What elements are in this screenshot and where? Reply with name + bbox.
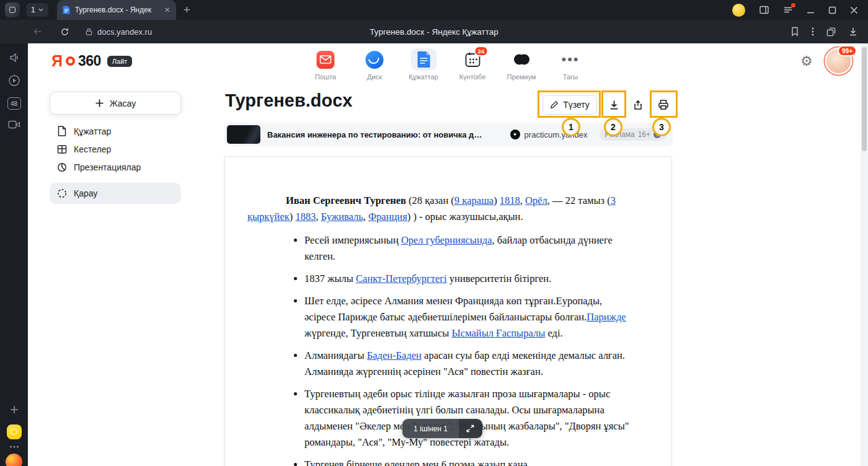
logo-360: 360: [78, 54, 101, 68]
presentation-icon: [57, 162, 67, 172]
browser-tab[interactable]: Тургенев.docx - Яндек ✕: [57, 0, 176, 20]
docs-favicon: [63, 6, 70, 14]
premium-icon: [512, 53, 531, 66]
profile-badge: 99+: [838, 45, 857, 56]
create-button[interactable]: Жасау: [50, 92, 181, 115]
messenger-icon[interactable]: [0, 424, 28, 439]
doc-link[interactable]: Парижде: [587, 311, 626, 323]
profile-avatar[interactable]: 99+: [826, 49, 851, 73]
page-indicator-pill: 1 ішінен 1: [402, 419, 482, 438]
ad-thumbnail: [227, 125, 260, 144]
browser-menu-icon[interactable]: [783, 5, 793, 15]
doc-bullet: Тургеневтың әдеби орыс тілінде жазылған …: [304, 386, 631, 451]
doc-bullet: 1837 жылы Санкт-Петербургтегі университе…: [304, 271, 631, 287]
mail-icon: [317, 51, 335, 69]
practicum-logo-icon: ✦: [510, 130, 520, 139]
add-panel-icon[interactable]: [0, 405, 28, 415]
app-sidebar: Жасау Құжаттар Кестелер Презентациялар: [50, 92, 181, 204]
annotation-label-2: 2: [604, 118, 622, 136]
logo-badge: Лайт: [107, 56, 133, 67]
chevron-down-icon: [38, 8, 43, 12]
service-disk[interactable]: Диск: [359, 48, 390, 81]
annotation-box-3: [650, 90, 678, 118]
sidebar-item-view[interactable]: Қарау: [50, 183, 181, 204]
doc-heading: Иван Сергеевич Тургенев (28 қазан (9 қар…: [247, 193, 631, 225]
doc-link[interactable]: Ысмайыл Ғаспыралы: [451, 327, 545, 339]
create-label: Жасау: [110, 99, 136, 108]
service-docs[interactable]: Құжаттар: [408, 48, 439, 81]
doc-link[interactable]: Баден-Баден: [367, 350, 422, 361]
more-vertical-icon[interactable]: [812, 27, 814, 37]
doc-link[interactable]: 9 қараша: [454, 195, 494, 206]
doc-bullet: Ресей империясының Орел губерниясында, б…: [304, 232, 631, 265]
services-nav: Пошта Диск Құжаттар 24 Күнтізбе Премиум: [310, 48, 586, 81]
share-button[interactable]: [628, 95, 648, 115]
docs-icon: [416, 51, 431, 68]
chrome-profile-avatar[interactable]: [732, 4, 745, 17]
more-horizontal-icon[interactable]: [0, 445, 28, 449]
doc-link[interactable]: 1883: [295, 211, 316, 222]
doc-bullet: Тургенев бірнеше өлеңдер мен 6 поэма жаз…: [304, 457, 631, 466]
notification-dot: [791, 3, 795, 7]
lock-icon[interactable]: [86, 27, 92, 36]
annotation-label-1: 1: [562, 118, 580, 136]
bookmark-icon[interactable]: [790, 27, 799, 37]
doc-link[interactable]: Буживаль: [321, 211, 363, 222]
maximize-icon[interactable]: [828, 6, 836, 14]
plus-icon: [95, 99, 104, 108]
close-icon[interactable]: [850, 6, 858, 14]
annotation-box-1: [538, 90, 601, 118]
tab-count-button[interactable]: 1: [26, 3, 48, 17]
scrollbar-thumb[interactable]: [862, 47, 867, 151]
doc-link[interactable]: Санкт-Петербургтегі: [356, 273, 447, 284]
page-scrollbar[interactable]: [861, 43, 868, 466]
browser-address-bar: Тургенев.docx - Яндекс Құжаттар docs.yan…: [0, 20, 868, 43]
service-calendar[interactable]: 24 Күнтізбе: [457, 48, 488, 81]
browser-window: 1 Тургенев.docx - Яндек ✕ + Тургенев.doc…: [0, 0, 868, 466]
fullscreen-button[interactable]: [459, 419, 482, 438]
sidebar-item-presentations[interactable]: Презентациялар: [50, 158, 181, 176]
logo-ring-icon: [66, 56, 75, 66]
browser-tab-strip: 1 Тургенев.docx - Яндек ✕ +: [0, 0, 868, 20]
workspace-icon[interactable]: [5, 2, 20, 17]
service-premium[interactable]: Премиум: [506, 48, 537, 81]
share-icon: [633, 100, 643, 110]
expand-icon: [466, 424, 474, 433]
doc-bullet: Алманиядағы Баден-Баден арасан суы бар е…: [304, 348, 631, 380]
service-mail[interactable]: Пошта: [310, 48, 341, 81]
table-icon: [57, 144, 67, 154]
browser-side-rail: 48: [0, 43, 28, 466]
doc-link[interactable]: 1818: [500, 195, 520, 206]
tab-close-icon[interactable]: ✕: [164, 6, 170, 14]
new-tab-button[interactable]: +: [184, 3, 190, 17]
doc-link[interactable]: Орёл: [525, 195, 547, 206]
side-panel-icon[interactable]: [759, 5, 769, 15]
more-icon: •••: [561, 56, 579, 63]
reload-icon[interactable]: [60, 27, 69, 37]
yandex-360-logo[interactable]: Я 360 Лайт: [51, 53, 132, 69]
play-circle-icon[interactable]: [0, 74, 28, 87]
badge-48-icon[interactable]: 48: [0, 97, 28, 110]
document-title: Тургенев.docx: [225, 90, 353, 111]
sidebar-item-docs[interactable]: Құжаттар: [50, 122, 181, 140]
view-icon: [57, 188, 67, 198]
tab-title: Тургенев.docx - Яндек: [75, 6, 159, 14]
minimize-icon[interactable]: [807, 6, 815, 14]
app-main: Я 360 Лайт Пошта Диск Құжаттар 24: [28, 43, 868, 466]
sidebar-item-tables[interactable]: Кестелер: [50, 140, 181, 158]
gear-icon[interactable]: ⚙: [800, 53, 813, 69]
logo-ya: Я: [51, 53, 63, 69]
service-more[interactable]: ••• Тағы: [555, 48, 586, 81]
tab-count-label: 1: [31, 6, 35, 14]
doc-link[interactable]: Орел губерниясында: [401, 234, 492, 246]
downloads-icon[interactable]: [848, 27, 858, 37]
disk-icon: [366, 51, 384, 69]
doc-link[interactable]: Франция: [368, 211, 407, 222]
back-icon[interactable]: [32, 27, 43, 37]
url-text[interactable]: docs.yandex.ru: [97, 27, 152, 37]
speaker-icon[interactable]: [0, 52, 28, 63]
collections-icon[interactable]: [826, 27, 836, 37]
browser-logo-icon[interactable]: [0, 454, 28, 466]
video-camera-icon[interactable]: [0, 120, 28, 130]
annotation-label-3: 3: [652, 118, 671, 136]
